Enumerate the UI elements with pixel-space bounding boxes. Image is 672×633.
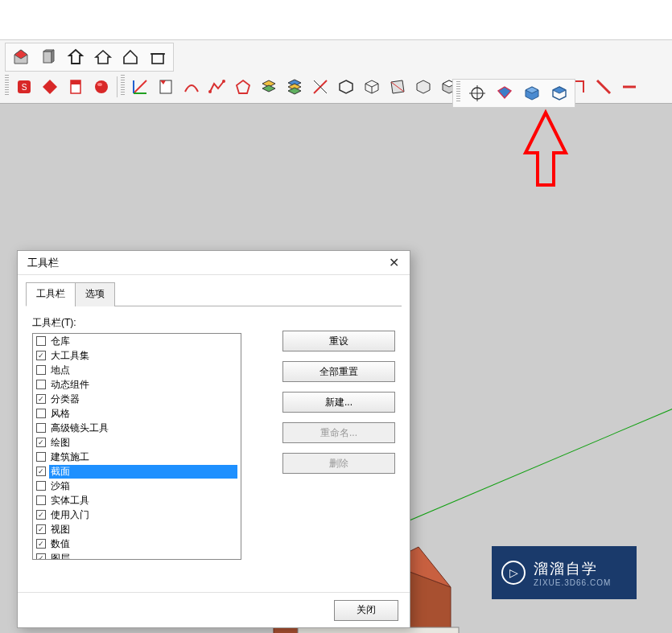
list-item[interactable]: 仓库	[33, 334, 241, 348]
delete-button[interactable]: 删除	[282, 453, 395, 474]
section-cube2-icon[interactable]	[547, 81, 571, 105]
checkbox[interactable]	[36, 409, 46, 418]
su-doc-icon[interactable]	[64, 75, 88, 99]
face-icon[interactable]	[385, 75, 410, 99]
polyline-icon[interactable]	[205, 75, 229, 99]
su-red2-icon[interactable]	[38, 75, 62, 99]
dialog-titlebar[interactable]: 工具栏 ✕	[18, 251, 410, 275]
watermark-brand: 溜溜自学	[534, 559, 611, 578]
edge-icon[interactable]	[308, 75, 332, 99]
top-blank-area	[0, 0, 672, 40]
shell-icon[interactable]	[411, 75, 435, 99]
wire-icon[interactable]	[360, 75, 384, 99]
svg-marker-4	[52, 50, 54, 63]
dialog-title: 工具栏	[27, 256, 59, 270]
list-item[interactable]: 大工具集	[33, 348, 241, 363]
list-item[interactable]: 高级镜头工具	[33, 421, 241, 435]
checkbox[interactable]	[36, 423, 46, 433]
list-item[interactable]: 数值	[33, 536, 241, 551]
list-item-label: 绘图	[49, 436, 72, 450]
svg-marker-56	[526, 113, 566, 185]
list-item[interactable]: 视图	[33, 522, 241, 536]
solid-icon[interactable]	[334, 75, 358, 99]
checkbox[interactable]	[36, 510, 46, 520]
checkbox[interactable]	[36, 336, 46, 346]
house-style-toolbar	[5, 43, 174, 72]
red-tool2-icon[interactable]	[617, 75, 641, 99]
toolbars-dialog: 工具栏 ✕ 工具栏 选项 工具栏(T): 仓库大工具集地点动态组件分类器风格高级…	[17, 250, 410, 628]
section-cube-icon[interactable]	[520, 81, 544, 105]
toolbar-grip[interactable]	[5, 75, 9, 96]
axis-icon[interactable]	[128, 75, 152, 99]
watermark-url: ZIXUE.3D66.COM	[534, 578, 611, 587]
list-item[interactable]: 绘图	[33, 435, 241, 450]
reset-button[interactable]: 重设	[282, 331, 395, 351]
checkbox[interactable]	[36, 467, 46, 476]
tab-toolbars[interactable]: 工具栏	[26, 282, 76, 306]
tab-options[interactable]: 选项	[75, 282, 115, 306]
checkbox[interactable]	[36, 452, 46, 462]
su-sphere-icon[interactable]	[89, 75, 113, 99]
su-red-icon[interactable]: S	[12, 75, 36, 99]
house-roof-icon[interactable]	[91, 45, 115, 69]
list-item[interactable]: 使用入门	[33, 508, 241, 522]
checkbox[interactable]	[36, 380, 46, 389]
house-flat-icon[interactable]	[146, 45, 170, 69]
checkbox[interactable]	[36, 394, 46, 404]
toolbar-grip[interactable]	[456, 81, 460, 102]
checkbox[interactable]	[36, 553, 46, 560]
svg-marker-37	[288, 88, 301, 94]
arc-icon[interactable]	[179, 75, 204, 99]
svg-line-43	[372, 84, 378, 87]
checkbox[interactable]	[36, 438, 46, 447]
house-outline-icon[interactable]	[64, 45, 88, 69]
close-button[interactable]: 关闭	[334, 600, 398, 621]
close-icon[interactable]: ✕	[384, 253, 403, 273]
red-tool1-icon[interactable]	[592, 75, 616, 99]
new-button[interactable]: 新建...	[282, 392, 395, 413]
section-blue-icon[interactable]	[493, 81, 517, 105]
list-item-label: 截面	[49, 465, 237, 479]
annotation-arrow	[522, 105, 570, 217]
list-item[interactable]: 沙箱	[33, 479, 241, 493]
list-item-label: 使用入门	[49, 508, 91, 522]
list-item-label: 高级镜头工具	[49, 421, 110, 435]
list-item[interactable]: 动态组件	[33, 377, 241, 392]
svg-marker-40	[340, 80, 352, 93]
toolbar-grip[interactable]	[121, 75, 125, 96]
list-item[interactable]: 建筑施工	[33, 450, 241, 464]
layers2-icon[interactable]	[282, 75, 307, 99]
svg-point-30	[208, 90, 212, 93]
dialog-tabs: 工具栏 选项	[26, 282, 402, 306]
page-icon[interactable]	[154, 75, 178, 99]
play-icon: ▷	[501, 561, 526, 585]
svg-point-31	[222, 80, 225, 83]
reset-all-button[interactable]: 全部重置	[282, 361, 395, 382]
checkbox[interactable]	[36, 365, 46, 375]
list-item[interactable]: 分类器	[33, 392, 241, 406]
poly-icon[interactable]	[231, 75, 255, 99]
checkbox[interactable]	[36, 539, 46, 549]
toolbars-listbox[interactable]: 仓库大工具集地点动态组件分类器风格高级镜头工具绘图建筑施工截面沙箱实体工具使用入…	[32, 333, 241, 560]
list-item-label: 分类器	[49, 393, 81, 406]
svg-rect-22	[71, 80, 80, 84]
house-3d-icon[interactable]	[9, 45, 33, 69]
watermark: ▷ 溜溜自学 ZIXUE.3D66.COM	[492, 546, 637, 599]
list-item[interactable]: 风格	[33, 406, 241, 421]
list-item[interactable]: 截面	[33, 464, 241, 479]
checkbox[interactable]	[36, 351, 46, 360]
svg-text:S: S	[22, 83, 27, 92]
checkbox[interactable]	[36, 524, 46, 534]
box-icon[interactable]	[36, 45, 60, 69]
list-item[interactable]: 实体工具	[33, 493, 241, 508]
list-item[interactable]: 图层	[33, 551, 241, 560]
checkbox[interactable]	[36, 481, 46, 491]
list-item-label: 动态组件	[49, 378, 91, 392]
list-item-label: 实体工具	[49, 494, 91, 508]
section-target-icon[interactable]	[465, 81, 489, 105]
house-simple-icon[interactable]	[118, 45, 142, 69]
list-item[interactable]: 地点	[33, 363, 241, 377]
rename-button[interactable]: 重命名...	[282, 422, 395, 443]
layers-icon[interactable]	[257, 75, 281, 99]
checkbox[interactable]	[36, 495, 46, 505]
